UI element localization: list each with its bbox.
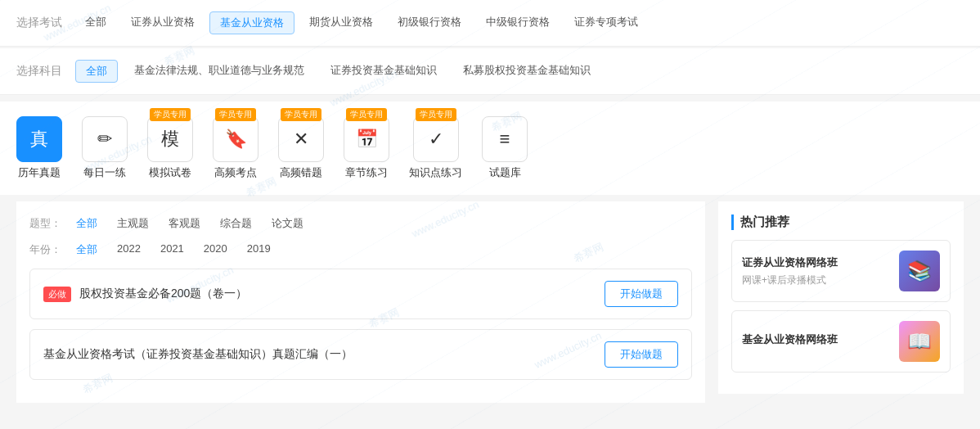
recommend-title-1: 证券从业资格网络班 — [742, 255, 889, 270]
year-filter-2021[interactable]: 2021 — [152, 241, 192, 259]
practice-label-highfreq: 高频考点 — [214, 165, 257, 180]
year-filter-label: 年份： — [29, 242, 61, 257]
student-badge-mock: 学员专用 — [150, 108, 191, 121]
paper-item-1: 必做股权投资基金必备200题（卷一）开始做题 — [29, 269, 692, 319]
type-filter-comprehensive[interactable]: 综合题 — [212, 214, 260, 233]
content-left: 题型： 全部主观题客观题综合题论文题 年份： 全部202220212020201… — [16, 201, 705, 403]
practice-btn-history[interactable]: 真历年真题 — [16, 116, 62, 180]
practice-label-chapter: 章节练习 — [345, 165, 388, 180]
start-btn-2[interactable]: 开始做题 — [605, 341, 678, 368]
exam-section: 选择考试 全部证券从业资格基金从业资格期货从业资格初级银行资格中级银行资格证券专… — [0, 0, 980, 47]
type-filter-objective[interactable]: 客观题 — [160, 214, 209, 233]
practice-label-errors: 高频错题 — [280, 165, 322, 180]
recommend-title-2: 基金从业资格网络班 — [742, 332, 889, 347]
student-badge-knowledge: 学员专用 — [416, 108, 456, 121]
practice-section: 真历年真题✏每日一练学员专用模模拟试卷学员专用🔖高频考点学员专用✕高频错题学员专… — [0, 102, 980, 195]
practice-btn-bank[interactable]: ≡试题库 — [482, 116, 528, 180]
recommend-info-1: 证券从业资格网络班网课+课后录播模式 — [742, 255, 889, 287]
practice-btn-daily[interactable]: ✏每日一练 — [82, 116, 128, 180]
practice-btn-highfreq[interactable]: 学员专用🔖高频考点 — [213, 116, 258, 180]
paper-list: 必做股权投资基金必备200题（卷一）开始做题基金从业资格考试（证券投资基金基础知… — [29, 269, 692, 380]
recommend-cards: 证券从业资格网络班网课+课后录播模式📚基金从业资格网络班📖 — [731, 240, 951, 373]
practice-icon-mock: 模 — [147, 116, 193, 162]
practice-icon-chapter: 📅 — [344, 116, 389, 162]
paper-left-2: 基金从业资格考试（证券投资基金基础知识）真题汇编（一） — [43, 347, 353, 362]
hot-recommend: 热门推荐 证券从业资格网络班网课+课后录播模式📚基金从业资格网络班📖 — [718, 201, 964, 394]
practice-label-bank: 试题库 — [489, 165, 521, 180]
subject-tag-law[interactable]: 基金法律法规、职业道德与业务规范 — [124, 60, 314, 83]
practice-label-knowledge: 知识点练习 — [409, 165, 462, 180]
hot-title: 热门推荐 — [731, 214, 951, 230]
subject-tag-private[interactable]: 私募股权投资基金基础知识 — [453, 60, 600, 83]
practice-icon-bank: ≡ — [482, 116, 528, 162]
recommend-info-2: 基金从业资格网络班 — [742, 332, 889, 350]
main-section: 题型： 全部主观题客观题综合题论文题 年份： 全部202220212020201… — [16, 201, 964, 419]
practice-icon-history: 真 — [16, 116, 62, 162]
exam-tag-all[interactable]: 全部 — [75, 11, 116, 34]
subject-label: 选择科目 — [16, 64, 62, 79]
subject-tag-invest[interactable]: 证券投资基金基础知识 — [321, 60, 447, 83]
practice-icon-highfreq: 🔖 — [213, 116, 258, 162]
subject-tag-all[interactable]: 全部 — [75, 60, 118, 83]
recommend-card-2[interactable]: 基金从业资格网络班📖 — [731, 310, 951, 373]
exam-tags: 全部证券从业资格基金从业资格期货从业资格初级银行资格中级银行资格证券专项考试 — [75, 11, 648, 34]
practice-btn-chapter[interactable]: 学员专用📅章节练习 — [344, 116, 389, 180]
paper-badge-1: 必做 — [43, 287, 71, 302]
paper-item-2: 基金从业资格考试（证券投资基金基础知识）真题汇编（一）开始做题 — [29, 329, 692, 380]
content-right: 热门推荐 证券从业资格网络班网课+课后录播模式📚基金从业资格网络班📖 — [718, 201, 964, 403]
student-badge-chapter: 学员专用 — [346, 108, 387, 121]
exam-tag-bank_mid[interactable]: 中级银行资格 — [476, 11, 560, 34]
year-filter-2022[interactable]: 2022 — [109, 241, 149, 259]
year-filter-2020[interactable]: 2020 — [196, 241, 236, 259]
paper-left-1: 必做股权投资基金必备200题（卷一） — [43, 287, 247, 302]
type-filter-all[interactable]: 全部 — [68, 214, 106, 233]
type-filter-essay[interactable]: 论文题 — [263, 214, 312, 233]
type-filter-row: 题型： 全部主观题客观题综合题论文题 — [29, 214, 692, 233]
exam-tag-securities_special[interactable]: 证券专项考试 — [564, 11, 648, 34]
practice-label-daily: 每日一练 — [83, 165, 126, 180]
subject-section: 选择科目 全部基金法律法规、职业道德与业务规范证券投资基金基础知识私募股权投资基… — [0, 48, 980, 95]
recommend-icon-1: 📚 — [899, 251, 940, 291]
exam-label: 选择考试 — [16, 16, 62, 30]
practice-label-history: 历年真题 — [18, 165, 61, 180]
type-filter-subjective[interactable]: 主观题 — [109, 214, 157, 233]
practice-icon-daily: ✏ — [82, 116, 128, 162]
practice-icon-knowledge: ✓ — [413, 116, 459, 162]
year-filters: 全部2022202120202019 — [68, 241, 279, 259]
start-btn-1[interactable]: 开始做题 — [605, 281, 678, 307]
student-badge-errors: 学员专用 — [281, 108, 321, 121]
exam-tag-bank_primary[interactable]: 初级银行资格 — [388, 11, 471, 34]
type-filters: 全部主观题客观题综合题论文题 — [68, 214, 312, 233]
practice-btn-errors[interactable]: 学员专用✕高频错题 — [278, 116, 324, 180]
type-filter-label: 题型： — [29, 216, 61, 231]
year-filter-all[interactable]: 全部 — [68, 241, 106, 259]
year-filter-2019[interactable]: 2019 — [239, 241, 279, 259]
recommend-icon-2: 📖 — [899, 321, 940, 362]
practice-label-mock: 模拟试卷 — [149, 165, 191, 180]
paper-title-2: 基金从业资格考试（证券投资基金基础知识）真题汇编（一） — [43, 347, 353, 362]
subject-tags: 全部基金法律法规、职业道德与业务规范证券投资基金基础知识私募股权投资基金基础知识 — [75, 60, 600, 83]
student-badge-highfreq: 学员专用 — [215, 108, 256, 121]
year-filter-row: 年份： 全部2022202120202019 — [29, 241, 692, 259]
paper-title-1: 股权投资基金必备200题（卷一） — [79, 287, 247, 301]
practice-buttons: 真历年真题✏每日一练学员专用模模拟试卷学员专用🔖高频考点学员专用✕高频错题学员专… — [16, 116, 528, 180]
exam-tag-futures[interactable]: 期货从业资格 — [299, 11, 383, 34]
practice-btn-mock[interactable]: 学员专用模模拟试卷 — [147, 116, 193, 180]
recommend-sub-1: 网课+课后录播模式 — [742, 273, 889, 287]
exam-tag-fund[interactable]: 基金从业资格 — [209, 11, 294, 34]
exam-tag-securities[interactable]: 证券从业资格 — [121, 11, 205, 34]
practice-icon-errors: ✕ — [278, 116, 324, 162]
practice-btn-knowledge[interactable]: 学员专用✓知识点练习 — [409, 116, 462, 180]
recommend-card-1[interactable]: 证券从业资格网络班网课+课后录播模式📚 — [731, 240, 951, 302]
